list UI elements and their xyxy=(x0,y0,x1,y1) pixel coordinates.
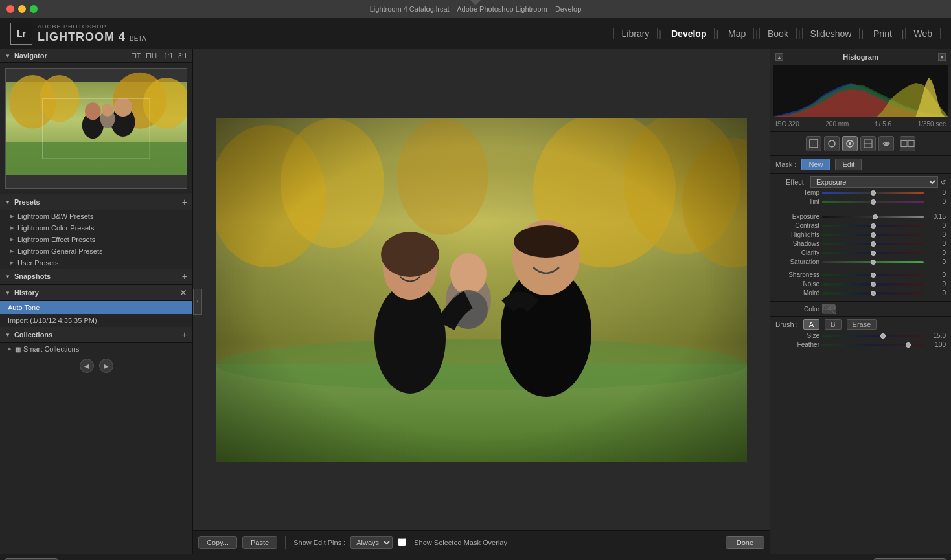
highlights-thumb[interactable] xyxy=(871,232,876,238)
nav-print[interactable]: Print xyxy=(865,28,900,39)
collections-prev-btn[interactable]: ◀ xyxy=(80,359,94,373)
maximize-button[interactable] xyxy=(30,5,38,13)
histogram-left-arrow[interactable]: ▲ xyxy=(775,53,783,61)
history-close-btn[interactable]: ✕ xyxy=(179,287,187,298)
svg-point-11 xyxy=(102,103,114,117)
color-row: Color xyxy=(770,301,951,316)
saturation-thumb[interactable] xyxy=(871,260,876,265)
temp-value: 0 xyxy=(926,189,946,196)
color-swatch[interactable] xyxy=(822,304,835,313)
preset-item-effect[interactable]: ▶ Lightroom Effect Presets xyxy=(0,234,192,245)
brush-feather-thumb[interactable] xyxy=(906,342,911,348)
aperture-info: f / 5.6 xyxy=(875,120,891,128)
collections-triangle: ▼ xyxy=(5,332,10,338)
saturation-track[interactable] xyxy=(822,261,924,263)
sharpness-thumb[interactable] xyxy=(871,273,876,278)
brush-feather-track[interactable] xyxy=(822,344,924,346)
zoom-1-1[interactable]: 1:1 xyxy=(164,52,173,60)
collections-add-btn[interactable]: + xyxy=(182,330,187,340)
main-photo-area[interactable] xyxy=(193,49,770,530)
nav-book[interactable]: Book xyxy=(760,28,797,39)
shadows-track[interactable] xyxy=(822,243,924,245)
spot-removal-tool[interactable] xyxy=(824,136,840,151)
temp-track[interactable] xyxy=(822,192,924,194)
clarity-track[interactable] xyxy=(822,252,924,254)
nav-web[interactable]: Web xyxy=(906,28,941,39)
mask-overlay-checkbox[interactable] xyxy=(398,538,406,546)
nav-develop[interactable]: Develop xyxy=(663,28,715,39)
presets-header[interactable]: ▼ Presets + xyxy=(0,194,192,210)
nav-library[interactable]: Library xyxy=(613,28,658,39)
tint-thumb[interactable] xyxy=(871,199,876,205)
moire-track[interactable] xyxy=(822,292,924,295)
preset-item-color[interactable]: ▶ Lightroom Color Presets xyxy=(0,222,192,234)
histogram-right-arrow[interactable]: ▼ xyxy=(938,53,946,61)
paste-button[interactable]: Paste xyxy=(242,536,277,549)
clarity-thumb[interactable] xyxy=(871,251,876,256)
collections-next-btn[interactable]: ▶ xyxy=(99,359,113,373)
adjustment-brush-tool[interactable] xyxy=(842,136,858,151)
collections-header[interactable]: ▼ Collections + xyxy=(0,327,192,343)
presets-section: ▼ Presets + ▶ Lightroom B&W Presets ▶ Li… xyxy=(0,194,192,269)
zoom-3-1[interactable]: 3:1 xyxy=(178,52,187,60)
brush-b-button[interactable]: B xyxy=(825,319,841,330)
clarity-slider-row: Clarity 0 xyxy=(775,249,946,256)
done-button[interactable]: Done xyxy=(726,536,764,549)
history-item-import[interactable]: Import (1/18/12 4:35:35 PM) xyxy=(0,314,192,327)
minimize-button[interactable] xyxy=(18,5,26,13)
preset-item-general[interactable]: ▶ Lightroom General Presets xyxy=(0,245,192,257)
moire-thumb[interactable] xyxy=(871,291,876,296)
mask-edit-button[interactable]: Edit xyxy=(835,159,862,170)
navigator-header[interactable]: ▼ Navigator FIT FILL 1:1 3:1 xyxy=(0,49,192,63)
navigator-preview[interactable] xyxy=(5,68,187,189)
exposure-thumb[interactable] xyxy=(873,214,878,219)
preset-item-bw[interactable]: ▶ Lightroom B&W Presets xyxy=(0,210,192,222)
nav-map[interactable]: Map xyxy=(720,28,754,39)
brush-size-track[interactable] xyxy=(822,335,924,337)
brush-size-thumb[interactable] xyxy=(880,333,886,339)
zoom-fill[interactable]: FILL xyxy=(146,52,159,60)
redeye-tool[interactable] xyxy=(878,136,894,151)
edit-pins-select[interactable]: Always xyxy=(350,536,393,549)
titlebar-title: Lightroom 4 Catalog.lrcat – Adobe Photos… xyxy=(370,5,582,13)
previous-button[interactable]: Previous xyxy=(5,558,58,561)
left-sidebar-collapse[interactable]: ‹ xyxy=(193,289,202,315)
before-after-tool[interactable] xyxy=(900,136,915,151)
noise-track[interactable] xyxy=(822,283,924,286)
zoom-fit[interactable]: FIT xyxy=(131,52,141,60)
toolbar-divider xyxy=(285,536,286,549)
saturation-slider-row: Saturation 0 xyxy=(775,258,946,265)
contrast-track[interactable] xyxy=(822,225,924,227)
close-button[interactable] xyxy=(6,5,14,13)
exposure-track[interactable] xyxy=(822,216,924,218)
svg-rect-31 xyxy=(216,118,747,462)
brush-size-label: Size xyxy=(775,332,819,339)
history-item-autotone[interactable]: Auto Tone xyxy=(0,301,192,314)
presets-add-btn[interactable]: + xyxy=(182,197,187,207)
effect-reset[interactable]: ↺ xyxy=(941,179,946,186)
reset-button[interactable]: Reset (Adobe) xyxy=(874,558,946,561)
preset-item-user[interactable]: ▶ User Presets xyxy=(0,257,192,269)
snapshots-header[interactable]: ▼ Snapshots + xyxy=(0,269,192,285)
noise-thumb[interactable] xyxy=(871,282,876,287)
tint-label: Tint xyxy=(775,198,819,205)
brush-a-button[interactable]: A xyxy=(803,319,819,330)
mask-new-button[interactable]: New xyxy=(801,159,830,170)
history-header[interactable]: ▼ History ✕ xyxy=(0,285,192,301)
snapshots-add-btn[interactable]: + xyxy=(182,271,187,282)
shadows-thumb[interactable] xyxy=(871,241,876,247)
brush-erase-button[interactable]: Erase xyxy=(847,319,877,330)
temp-thumb[interactable] xyxy=(871,190,876,196)
contrast-thumb[interactable] xyxy=(871,223,876,229)
tint-track[interactable] xyxy=(822,201,924,203)
effect-select[interactable]: Exposure xyxy=(810,176,938,188)
smart-collections-item[interactable]: ▶ ▦ Smart Collections xyxy=(0,343,192,355)
graduated-filter-tool[interactable] xyxy=(860,136,876,151)
crop-tool[interactable] xyxy=(806,136,821,151)
highlights-track[interactable] xyxy=(822,234,924,236)
nav-slideshow[interactable]: Slideshow xyxy=(803,28,860,39)
copy-button[interactable]: Copy... xyxy=(198,536,237,549)
sharpness-track[interactable] xyxy=(822,274,924,276)
titlebar: Lightroom 4 Catalog.lrcat – Adobe Photos… xyxy=(0,0,951,18)
navigator-triangle: ▼ xyxy=(5,53,10,59)
